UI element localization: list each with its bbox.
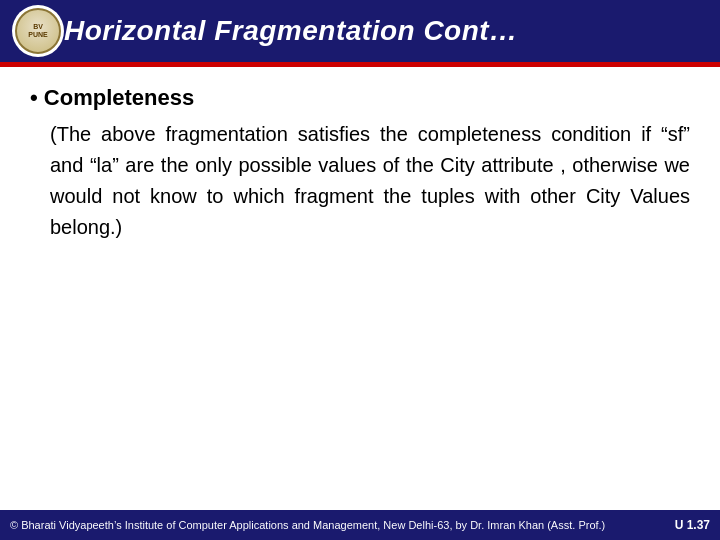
footer-bar: © Bharati Vidyapeeth’s Institute of Comp… xyxy=(0,510,720,540)
bullet-symbol: • xyxy=(30,85,44,110)
footer-page-number: U 1.37 xyxy=(675,518,710,532)
bullet-completeness: • Completeness xyxy=(30,85,690,111)
header-bar: BVPUNE Horizontal Fragmentation Cont… xyxy=(0,0,720,62)
footer-copyright: © Bharati Vidyapeeth’s Institute of Comp… xyxy=(10,519,605,531)
logo: BVPUNE xyxy=(12,5,64,57)
body-paragraph: (The above fragmentation satisfies the c… xyxy=(30,119,690,243)
page-title: Horizontal Fragmentation Cont… xyxy=(64,15,518,47)
main-content: • Completeness (The above fragmentation … xyxy=(0,67,720,253)
logo-inner: BVPUNE xyxy=(15,8,61,54)
